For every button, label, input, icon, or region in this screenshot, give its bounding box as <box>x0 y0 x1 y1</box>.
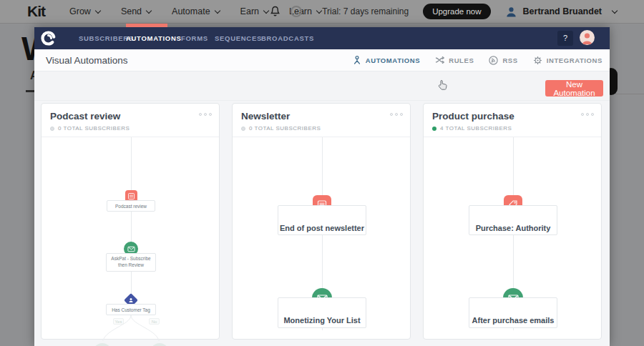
subscriber-status-dot <box>241 127 245 131</box>
menu-grow[interactable]: Grow <box>69 6 100 16</box>
automation-card-product-purchase[interactable]: Product purchase 4 TOTAL SUBSCRIBERS Pur… <box>423 103 602 340</box>
app-panel: SUBSCRIBERS AUTOMATIONS FORMS SEQUENCES … <box>34 27 610 346</box>
page-header: Visual Automations AUTOMATIONS RULES <box>34 49 610 71</box>
menu-automate-label: Automate <box>172 6 210 16</box>
screen: Kit Grow Send Automate Earn Learn Trial:… <box>0 0 644 346</box>
chevron-down-icon <box>146 7 152 13</box>
avatar[interactable] <box>580 30 595 45</box>
tab-forms[interactable]: FORMS <box>181 27 208 49</box>
subscriber-status-dot <box>432 127 436 131</box>
view-tab-automations-label: AUTOMATIONS <box>366 56 420 64</box>
app-nav: SUBSCRIBERS AUTOMATIONS FORMS SEQUENCES … <box>34 27 610 49</box>
bell-icon[interactable] <box>270 6 280 17</box>
automation-cards: Podcast review 0 TOTAL SUBSCRIBERS <box>41 103 603 340</box>
chevron-down-icon <box>214 7 220 13</box>
view-tab-automations[interactable]: AUTOMATIONS <box>353 56 420 65</box>
automation-flow-preview[interactable]: Podcast review AskPat - Subscribe then R… <box>42 137 219 339</box>
view-tab-integrations[interactable]: INTEGRATIONS <box>533 56 602 65</box>
card-menu-dots-icon[interactable] <box>581 113 594 116</box>
integrations-gear-icon <box>533 56 542 65</box>
automation-flow-preview[interactable]: Purchase: Authority After purchase email… <box>424 137 601 339</box>
sequence-node-label[interactable]: After purchase emails <box>469 297 557 328</box>
card-header: Podcast review 0 TOTAL SUBSCRIBERS <box>42 104 219 137</box>
card-header: Newsletter 0 TOTAL SUBSCRIBERS <box>233 104 410 137</box>
card-title[interactable]: Podcast review <box>50 111 210 122</box>
subscriber-count-label: 0 TOTAL SUBSCRIBERS <box>58 125 130 132</box>
branch-no-badge: No <box>149 318 160 325</box>
help-button[interactable]: ? <box>557 31 573 46</box>
trial-status: Trial: 7 days remaining <box>322 6 409 16</box>
card-menu-dots-icon[interactable] <box>390 113 403 116</box>
user-menu[interactable]: Bertrand Bruandet <box>505 6 617 18</box>
person-icon <box>505 6 517 18</box>
menu-earn[interactable]: Earn <box>240 6 268 16</box>
user-name: Bertrand Bruandet <box>523 6 602 16</box>
menu-send[interactable]: Send <box>121 6 151 16</box>
automation-flow-preview[interactable]: End of post newsletter Monetizing Your L… <box>233 137 410 339</box>
automation-card-newsletter[interactable]: Newsletter 0 TOTAL SUBSCRIBERS End of po… <box>232 103 411 340</box>
upgrade-now-button[interactable]: Upgrade now <box>423 4 490 19</box>
menu-grow-label: Grow <box>69 6 91 16</box>
chevron-down-icon <box>95 7 101 13</box>
toolbar: New Automation <box>34 71 610 101</box>
chevron-down-icon <box>612 7 618 13</box>
view-tab-rules-label: RULES <box>449 56 474 64</box>
card-title[interactable]: Newsletter <box>241 111 401 122</box>
card-menu-dots-icon[interactable] <box>199 113 212 116</box>
active-tab-indicator <box>126 24 167 27</box>
branch-yes-badge: Yes <box>113 318 124 325</box>
menu-earn-label: Earn <box>240 6 259 16</box>
form-node-label[interactable]: End of post newsletter <box>278 205 366 235</box>
convertkit-logo-icon[interactable] <box>41 31 56 46</box>
page-title: Visual Automations <box>46 55 128 66</box>
automation-card-podcast-review[interactable]: Podcast review 0 TOTAL SUBSCRIBERS <box>41 103 220 340</box>
view-tab-integrations-label: INTEGRATIONS <box>547 56 602 64</box>
view-tab-rules[interactable]: RULES <box>435 56 474 64</box>
status-ring-icon[interactable] <box>291 6 302 17</box>
menu-send-label: Send <box>121 6 142 16</box>
tab-automations[interactable]: AUTOMATIONS <box>126 27 182 49</box>
background-topbar: Kit Grow Send Automate Earn Learn Trial:… <box>0 0 644 24</box>
new-automation-button[interactable]: New Automation <box>545 80 603 97</box>
mouse-cursor-hand-icon <box>437 79 448 91</box>
subscriber-status-dot <box>50 127 54 131</box>
rules-shuffle-icon <box>435 56 444 64</box>
subscriber-count-label: 4 TOTAL SUBSCRIBERS <box>440 125 512 132</box>
topbar-right: Trial: 7 days remaining Upgrade now Bert… <box>270 4 617 19</box>
view-tabs: AUTOMATIONS RULES RSS <box>353 56 602 65</box>
avatar-person-icon <box>580 30 595 45</box>
faded-node-icon <box>150 343 169 346</box>
menu-automate[interactable]: Automate <box>172 6 220 16</box>
tab-sequences[interactable]: SEQUENCES <box>215 27 262 49</box>
background-tab-underline <box>26 90 34 92</box>
chevron-down-icon <box>263 7 269 13</box>
sequence-node-label[interactable]: Monetizing Your List <box>278 297 366 328</box>
card-title[interactable]: Product purchase <box>432 111 592 122</box>
subscriber-count-label: 0 TOTAL SUBSCRIBERS <box>249 125 321 132</box>
subscriber-count-row: 4 TOTAL SUBSCRIBERS <box>432 125 592 132</box>
rss-icon <box>489 56 498 65</box>
view-tab-rss-label: RSS <box>502 56 517 64</box>
background-divider-fragment <box>615 94 644 94</box>
sequence-node-label[interactable]: AskPat - Subscribe then Review <box>106 253 156 272</box>
view-tab-rss[interactable]: RSS <box>489 56 517 65</box>
subscriber-count-row: 0 TOTAL SUBSCRIBERS <box>241 125 401 132</box>
condition-node-label[interactable]: Has Customer Tag <box>106 304 156 315</box>
automations-icon <box>353 56 361 65</box>
form-node-label[interactable]: Podcast review <box>107 200 155 212</box>
kit-logo[interactable]: Kit <box>27 3 45 20</box>
subscriber-count-row: 0 TOTAL SUBSCRIBERS <box>50 125 210 132</box>
card-header: Product purchase 4 TOTAL SUBSCRIBERS <box>424 104 601 137</box>
tab-broadcasts[interactable]: BROADCASTS <box>261 27 314 49</box>
faded-node-icon <box>93 343 112 346</box>
purchase-node-label[interactable]: Purchase: Authority <box>469 205 557 235</box>
